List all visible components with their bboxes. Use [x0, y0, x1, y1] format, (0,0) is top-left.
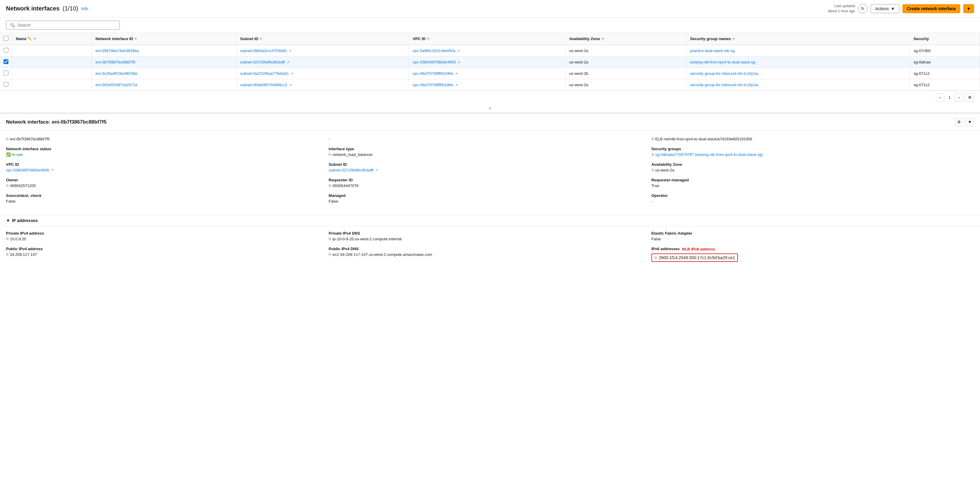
copy-sg-icon[interactable]: ⧉: [651, 152, 654, 157]
ip-col-1: Private IPv4 address ⧉ 10.0.9.20 Public …: [6, 231, 329, 267]
row1-sg-link[interactable]: practice-dual-stack-nlb-sg: [690, 49, 735, 53]
copy-requester-icon[interactable]: ⧉: [329, 184, 331, 188]
detail-collapse-button[interactable]: ▼: [966, 118, 974, 126]
copy-az-icon[interactable]: ⧉: [651, 168, 654, 172]
row2-vpc-ext-icon: ↗: [457, 60, 460, 64]
subnet-sort-icon[interactable]: ▼: [259, 37, 262, 40]
public-ipv4-item: Public IPv4 address ⧉ 34.209.117.147: [6, 247, 323, 257]
detail-req-managed-label: Requester-managed: [651, 178, 968, 182]
row4-name: [12, 79, 92, 90]
public-ipv4-dns-item: Public IPv4 DNS ⧉ ec2-34-209-117-147.us-…: [329, 247, 645, 257]
page-header: Network interfaces (1/10) Info Last upda…: [0, 0, 980, 17]
vpc-sort-icon[interactable]: ▼: [427, 37, 430, 40]
row2-vpc-link[interactable]: vpc-03854f970683e4905 ↗: [413, 60, 460, 64]
detail-owner-value: ⧉ 469042571205: [6, 184, 323, 188]
detail-sg-link[interactable]: sg-0afcaea7700797ff7 (exising-nlb-from-i…: [655, 152, 763, 157]
create-button-split[interactable]: ▼: [963, 4, 974, 13]
copy-ipv6-icon[interactable]: ⧉: [654, 255, 657, 260]
copy-elb-icon[interactable]: ⧉: [651, 137, 654, 141]
network-interfaces-table: Name ✏️ ▼ Network interface ID ▼ Subnet …: [0, 33, 980, 91]
row4-eni-link[interactable]: eni-005ef20487cb2671e: [95, 82, 137, 87]
eni-sort-icon[interactable]: ▼: [134, 37, 137, 40]
name-sort-icon[interactable]: ▼: [33, 37, 36, 40]
row2-sg-link[interactable]: exising-nlb-from-ipv4-to-dual-stack-sg: [690, 60, 755, 64]
copy-public-ipv4-icon[interactable]: ⧉: [6, 252, 9, 257]
row1-check[interactable]: [0, 45, 12, 57]
actions-button[interactable]: Actions ▼: [871, 4, 899, 13]
row4-sg-link[interactable]: security-group-for-inbound-nfs-d-z0y1w..…: [690, 82, 761, 87]
row2-check[interactable]: [0, 56, 12, 68]
table-settings-button[interactable]: ⚙: [966, 93, 974, 102]
row3-eni-link[interactable]: eni-0c26a4f22be96536e: [95, 71, 137, 76]
name-edit-icon[interactable]: ✏️: [27, 36, 32, 41]
table-row: eni-005ef20487cb2671e subnet-00daf4f0744…: [0, 79, 980, 90]
select-all-checkbox[interactable]: [3, 36, 8, 41]
detail-sg-value: ⧉ sg-0afcaea7700797ff7 (exising-nlb-from…: [651, 152, 968, 157]
private-ipv4-dns-value: ⧉ ip-10-0-9-20.us-west-2.compute.interna…: [329, 237, 645, 241]
table-header-row: Name ✏️ ▼ Network interface ID ▼ Subnet …: [0, 33, 980, 45]
detail-dash-value: -: [329, 137, 645, 141]
search-bar-row: 🔍: [0, 17, 980, 33]
actions-chevron-icon: ▼: [891, 6, 895, 11]
detail-operator-value: -: [651, 199, 968, 203]
refresh-button[interactable]: ↻: [858, 4, 868, 13]
row2-subnet-link[interactable]: subnet-027c5fe86c9fcbdff ↗: [240, 60, 290, 64]
detail-req-managed-item: Requester-managed True: [651, 178, 968, 188]
row3-vpc-ext-icon: ↗: [455, 72, 458, 75]
select-all-header[interactable]: [0, 33, 12, 45]
prev-page-button[interactable]: ‹: [936, 93, 944, 102]
copy-private-dns-icon[interactable]: ⧉: [329, 237, 331, 241]
detail-operator-item: Operator -: [651, 193, 968, 203]
row4-subnet-link[interactable]: subnet-00daf4f0744666cc2 ↗: [240, 82, 292, 87]
ipv6-label: IPv6 addresses: [651, 247, 680, 251]
sg-sort-icon[interactable]: ▼: [732, 37, 735, 40]
detail-subnet-link[interactable]: subnet-027c5fe86c9fcbdff: [329, 168, 373, 173]
detail-body: ⧉ eni-0b7f3867bc88bf7f5 Network interfac…: [0, 131, 980, 215]
row1-vpc: vpc-0a9f0c1621c8e450a ↗: [409, 45, 565, 57]
search-icon: 🔍: [10, 23, 15, 27]
row3-vpc-link[interactable]: vpc-06cf70789ff0b196e ↗: [413, 71, 458, 76]
row1-subnet-link[interactable]: subnet-09b5a3cccf703fa91 ↗: [240, 49, 291, 53]
copy-iface-icon[interactable]: ⧉: [329, 152, 331, 157]
row3-az: us-west-2b: [565, 68, 686, 79]
detail-vpc-link[interactable]: vpc-03854f970683e4905: [6, 168, 49, 173]
ipv6-value: 2600:1f14:2549:300:17c1:6c5d:ba29:ce1: [659, 255, 735, 260]
copy-eni-icon[interactable]: ⧉: [6, 137, 9, 141]
info-link[interactable]: Info: [81, 6, 88, 11]
detail-settings-button[interactable]: ⚙: [955, 118, 963, 126]
row4-checkbox[interactable]: [3, 82, 8, 87]
az-sort-icon[interactable]: ▼: [601, 37, 604, 40]
row3-checkbox[interactable]: [3, 71, 8, 75]
detail-source-dest-label: Source/dest. check: [6, 193, 323, 198]
create-button[interactable]: Create network interface: [902, 4, 960, 13]
row1-vpc-link[interactable]: vpc-0a9f0c1621c8e450a ↗: [413, 49, 460, 53]
detail-az-value: ⧉ us-west-2a: [651, 168, 968, 173]
row4-check[interactable]: [0, 79, 12, 90]
row1-sg: practice-dual-stack-nlb-sg: [686, 45, 910, 57]
row4-subnet-ext-icon: ↗: [289, 83, 292, 87]
row3-sg-link[interactable]: security-group-for-inbound-nfs-d-z0y1w..…: [690, 71, 761, 76]
table-row: eni-0c26a4f22be96536e subnet-0a23108aa77…: [0, 68, 980, 79]
status-check-icon: ✅: [6, 152, 11, 157]
row1-checkbox[interactable]: [3, 48, 8, 53]
copy-owner-icon[interactable]: ⧉: [6, 184, 9, 188]
search-input[interactable]: [18, 23, 116, 27]
row3-subnet-link[interactable]: subnet-0a23108aa77fe6a51 ↗: [240, 71, 293, 76]
ip-section-chevron-icon[interactable]: ▼: [6, 218, 10, 223]
next-page-button[interactable]: ›: [955, 93, 963, 102]
row2-eni-link[interactable]: eni-0b7f3867bc88bf7f5: [95, 60, 135, 64]
copy-private-ipv4-icon[interactable]: ⧉: [6, 237, 9, 241]
detail-col-3: ⧉ ELB net/nlb-from-ipv4-to-dual-stack/a7…: [651, 137, 974, 209]
detail-requester-id-item: Requester ID ⧉ 693054447076: [329, 178, 645, 188]
row4-vpc-link[interactable]: vpc-06cf70789ff0b196e ↗: [413, 82, 458, 87]
public-ipv4-dns-value: ⧉ ec2-34-209-117-147.us-west-2.compute.a…: [329, 252, 645, 257]
copy-public-dns-icon[interactable]: ⧉: [329, 252, 331, 257]
row2-checkbox[interactable]: [3, 59, 8, 64]
row3-check[interactable]: [0, 68, 12, 79]
detail-sg-item: Security groups ⧉ sg-0afcaea7700797ff7 (…: [651, 147, 968, 157]
last-updated: Last updated about 1 hour ago: [828, 3, 855, 14]
row1-eni-link[interactable]: eni-058794e74a03839ea: [95, 49, 139, 53]
row2-name: [12, 56, 92, 68]
row1-eni: eni-058794e74a03839ea: [92, 45, 236, 57]
drag-handle[interactable]: ≡: [0, 104, 980, 112]
